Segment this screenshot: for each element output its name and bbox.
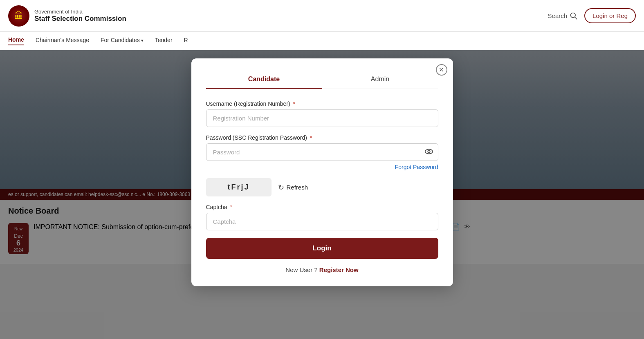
org-name: Staff Selection Commission [34, 15, 126, 23]
svg-point-0 [571, 13, 576, 18]
forgot-password-link[interactable]: Forgot Password [206, 163, 438, 171]
refresh-button[interactable]: ↻ Refresh [278, 183, 308, 192]
nav-item-for-candidates[interactable]: For Candidates [101, 37, 144, 45]
captcha-label: Captcha * [206, 204, 438, 210]
search-label: Search [548, 12, 568, 19]
search-area[interactable]: Search [548, 12, 578, 20]
login-modal: ✕ Candidate Admin Username (Registration… [191, 58, 453, 286]
password-field-group: Password (SSC Registration Password) * F… [206, 134, 438, 171]
nav-item-tender[interactable]: Tender [155, 37, 173, 45]
search-icon [570, 12, 578, 20]
username-field-group: Username (Registration Number) * [206, 100, 438, 127]
captcha-input[interactable] [206, 213, 438, 230]
modal-overlay: ✕ Candidate Admin Username (Registration… [0, 50, 644, 339]
logo-area: 🏛 Government of India Staff Selection Co… [8, 5, 126, 27]
header: 🏛 Government of India Staff Selection Co… [0, 0, 644, 32]
svg-line-1 [575, 17, 577, 19]
nav-item-home[interactable]: Home [8, 36, 24, 45]
org-logo: 🏛 [8, 5, 29, 27]
password-input[interactable] [206, 143, 438, 161]
eye-icon[interactable] [424, 147, 433, 158]
username-required: * [293, 100, 295, 107]
captcha-row: tFrjJ ↻ Refresh [206, 178, 438, 196]
org-text: Government of India Staff Selection Comm… [34, 9, 126, 23]
header-right: Search Login or Reg [548, 8, 636, 23]
username-input[interactable] [206, 109, 438, 127]
login-register-button[interactable]: Login or Reg [584, 8, 636, 23]
modal-tabs: Candidate Admin [206, 71, 438, 89]
captcha-display: tFrjJ [206, 178, 272, 196]
main-nav: Home Chairman's Message For Candidates T… [0, 32, 644, 50]
register-now-link[interactable]: Register Now [319, 266, 359, 273]
modal-close-button[interactable]: ✕ [436, 64, 447, 76]
login-submit-button[interactable]: Login [206, 238, 438, 259]
svg-point-2 [425, 149, 432, 154]
nav-item-r[interactable]: R [184, 37, 188, 45]
page-background: es or support, candidates can email: hel… [0, 50, 644, 339]
new-user-text: New User ? [285, 266, 317, 273]
password-wrapper [206, 143, 438, 161]
captcha-field-group: Captcha * [206, 204, 438, 230]
password-required: * [310, 134, 312, 141]
register-row: New User ? Register Now [206, 266, 438, 273]
tab-candidate[interactable]: Candidate [206, 71, 322, 89]
gov-label: Government of India [34, 9, 126, 15]
tab-admin[interactable]: Admin [322, 71, 438, 89]
password-label: Password (SSC Registration Password) * [206, 134, 438, 141]
nav-item-chairmans-message[interactable]: Chairman's Message [36, 37, 89, 45]
username-label: Username (Registration Number) * [206, 100, 438, 107]
captcha-required: * [230, 204, 232, 210]
refresh-icon: ↻ [278, 183, 284, 192]
svg-point-3 [428, 150, 430, 153]
